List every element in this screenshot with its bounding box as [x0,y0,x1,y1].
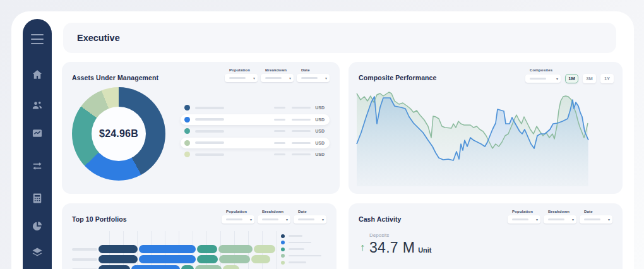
chevron-down-icon: ▾ [325,76,327,80]
filter-label: Date [301,68,330,72]
value-placeholder [274,142,285,144]
value-placeholder [292,107,311,109]
top10-card-title: Top 10 Portfolios [72,215,127,224]
filter-label: Population [512,210,540,213]
aum-total-value: $24.96B [99,128,138,140]
aum-list-item[interactable]: USD [181,138,330,148]
value-placeholder [292,130,311,132]
dashboard: Executive Assets Under Management Popula… [0,0,644,269]
aum-card-body: $24.96B USDUSDUSDUSDUSD [62,85,340,181]
date-select[interactable]: ▾ [297,74,330,82]
sidebar-calculator-icon[interactable] [30,192,44,205]
period-3m-button[interactable]: 3M [583,74,596,83]
aum-list-item[interactable]: USD [181,149,330,160]
aum-list-item[interactable]: USD [181,102,330,113]
value-placeholder [274,153,285,155]
date-select[interactable]: ▾ [294,215,326,224]
up-arrow-icon: ↑ [360,242,365,256]
currency-label: USD [315,105,325,110]
filter-population: Population▾ [225,68,258,82]
legend-dot [281,248,285,251]
chevron-down-icon: ▾ [253,76,255,80]
breakdown-select[interactable]: ▾ [544,215,576,224]
filter-label: Breakdown [548,210,576,213]
bar-segment [98,265,130,269]
row-label-placeholder [72,258,97,261]
legend-dot [184,117,190,123]
legend-line-placeholder [289,235,302,237]
page-title: Executive [63,23,616,53]
period-1m-button[interactable]: 1M [565,74,578,83]
legend-dot [184,140,190,146]
filter-label: Population [229,68,258,72]
filter-population: Population▾ [508,210,540,224]
composite-performance-card: Composite Performance Composites ▾ 1M3M1… [349,62,623,194]
cash-filters: Population▾Breakdown▾Date▾ [508,210,612,224]
label-placeholder [195,153,224,156]
bar-segment [219,255,250,263]
bar-segment [195,265,222,269]
composites-label: Composites [530,68,614,72]
bar-segment [181,265,194,269]
currency-label: USD [315,117,325,122]
deposits-metric: ↑ Deposits 34.7 M Unit [359,232,432,256]
legend-dot [281,261,285,265]
aum-list-item[interactable]: USD [181,114,330,125]
legend-item [281,241,321,245]
filter-label: Date [298,210,326,213]
bar-segment [139,245,196,253]
filter-label: Breakdown [262,210,290,213]
chevron-down-icon: ▾ [322,218,324,222]
cash-card-head: Cash Activity Population▾Breakdown▾Date▾ [349,203,623,224]
date-select[interactable]: ▾ [580,215,612,224]
population-select[interactable]: ▾ [225,74,258,82]
sidebar-layers-icon[interactable] [30,246,44,259]
filter-population: Population▾ [222,210,254,224]
deposits-value-row: 34.7 M Unit [369,239,432,256]
legend-dot [281,241,285,244]
population-select[interactable]: ▾ [222,215,254,224]
select-placeholder [262,218,278,220]
aum-list-item[interactable]: USD [181,126,330,136]
select-placeholder [584,218,600,220]
bar-segment [223,265,239,269]
legend-item [281,254,321,258]
filter-date: Date▾ [294,210,326,224]
bar-segment [251,255,270,263]
select-placeholder [298,218,314,220]
legend-line-placeholder [289,255,321,257]
bar-segment [98,255,138,263]
value-placeholder [292,119,311,121]
sidebar [23,19,52,269]
breakdown-select[interactable]: ▾ [258,215,290,224]
population-select[interactable]: ▾ [508,215,540,224]
legend-item [281,234,321,238]
bar-segment [131,265,180,269]
filter-label: Breakdown [265,68,294,72]
period-1y-button[interactable]: 1Y [600,74,614,83]
value-placeholder [292,142,311,144]
legend-item [281,260,321,265]
composites-filter: ▾ [525,75,561,83]
label-placeholder [195,130,224,133]
deposits-value: 34.7 M [369,239,415,256]
filter-label: Date [584,210,612,213]
sidebar-home-icon[interactable] [30,68,44,81]
chevron-down-icon: ▾ [289,76,291,80]
legend-item [281,247,321,251]
select-placeholder [226,218,242,220]
sidebar-transfers-icon[interactable] [30,160,44,172]
chevron-down-icon: ▾ [286,218,288,222]
sidebar-portfolio-chart-icon[interactable] [30,127,44,140]
select-placeholder [265,77,282,79]
sidebar-pie-chart-icon[interactable] [30,220,44,232]
sidebar-users-icon[interactable] [30,99,44,112]
currency-label: USD [315,129,325,133]
breakdown-select[interactable]: ▾ [261,74,294,82]
aum-card: Assets Under Management Population▾Break… [62,62,340,194]
composites-select[interactable]: ▾ [525,75,561,83]
value-placeholder [274,130,285,132]
aum-donut-hole: $24.96B [92,107,146,161]
sidebar-menu-button[interactable] [30,33,44,45]
perf-area-blue [357,97,588,186]
